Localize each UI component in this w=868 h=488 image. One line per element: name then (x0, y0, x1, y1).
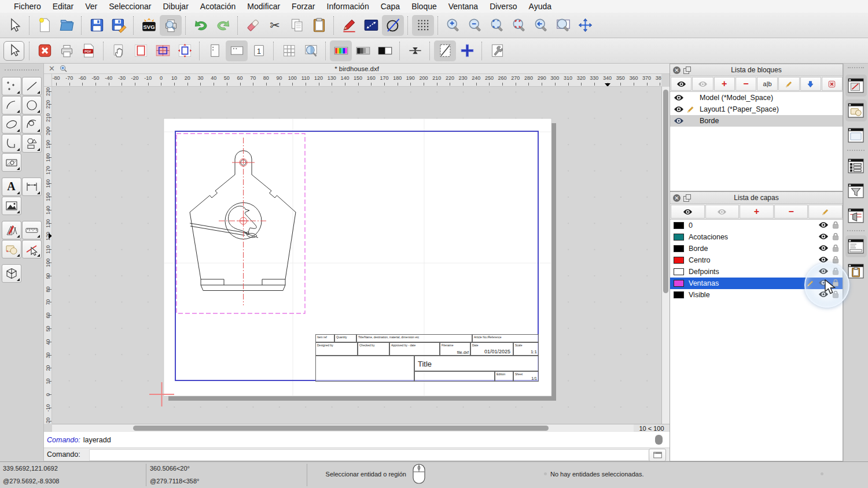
zoom-previous-button[interactable] (530, 15, 552, 36)
new-file-button[interactable] (34, 15, 56, 36)
dock-draw-widget-button[interactable] (845, 75, 867, 97)
palette-drag-handle[interactable] (5, 69, 39, 74)
menu-modificar[interactable]: Modificar (241, 2, 286, 11)
layer-visibility-eye-icon[interactable] (818, 291, 829, 300)
layer-lock-icon[interactable] (832, 232, 839, 242)
measure-tool-button[interactable] (22, 221, 42, 239)
block-visibility-eye-icon[interactable] (674, 94, 684, 101)
ellipse-tool-button[interactable] (2, 115, 21, 134)
layer-lock-icon[interactable] (832, 279, 839, 289)
paper-diagonal-button[interactable] (434, 40, 456, 61)
vertical-scrollbar[interactable] (661, 87, 670, 424)
show-all-layers-button[interactable] (671, 205, 705, 219)
color-mode-button[interactable] (330, 40, 352, 61)
layer-row-borde[interactable]: Borde (670, 243, 843, 254)
dock-filter-widget-button[interactable] (845, 180, 867, 202)
zoom-pan-button[interactable] (574, 15, 596, 36)
layer-row-0[interactable]: 0 (670, 220, 843, 231)
polyline-tool-button[interactable] (2, 134, 21, 153)
save-button[interactable] (86, 15, 108, 36)
vertical-scrollbar-thumb[interactable] (663, 90, 668, 293)
dock-section-widget-button[interactable] (845, 205, 867, 227)
menu-ver[interactable]: Ver (79, 2, 103, 11)
menu-seleccionar[interactable]: Seleccionar (103, 2, 157, 11)
draft-rect-button[interactable] (130, 40, 152, 61)
fit-view-button[interactable] (174, 40, 196, 61)
select-entity-tool-button[interactable] (22, 240, 42, 258)
grid-dots-button[interactable] (412, 15, 434, 36)
menu-fichero[interactable]: Fichero (8, 2, 47, 11)
open-folder-button[interactable] (56, 15, 78, 36)
layer-lock-icon[interactable] (832, 221, 839, 231)
dock-layers-widget-button[interactable] (845, 155, 867, 177)
zoom-window-button[interactable] (552, 15, 574, 36)
layer-row-centro[interactable]: Centro (670, 254, 843, 266)
layer-row-visible[interactable]: Visible (670, 289, 843, 301)
solid-3d-tool-button[interactable] (2, 264, 21, 283)
layer-lock-icon[interactable] (832, 290, 839, 300)
command-history-scrollbar[interactable] (655, 435, 663, 445)
eraser-button[interactable] (242, 15, 264, 36)
command-input[interactable] (89, 449, 652, 461)
zoom-page-button[interactable] (300, 40, 322, 61)
layer-row-acotaciones[interactable]: Acotaciones (670, 231, 843, 243)
dock-clipboard-widget-button[interactable] (845, 260, 867, 282)
purge-blocks-button[interactable] (822, 77, 843, 91)
menu-ventana[interactable]: Ventana (443, 2, 484, 11)
layer-visibility-eye-icon[interactable] (818, 256, 829, 265)
dimension-tool-button[interactable] (22, 178, 42, 196)
line-tool-button[interactable] (22, 77, 42, 95)
pointer-select-button[interactable] (3, 41, 24, 61)
paste-button[interactable] (308, 15, 330, 36)
horizontal-scrollbar-thumb[interactable] (133, 426, 549, 431)
zoom-out-button[interactable] (464, 15, 486, 36)
add-block-button[interactable]: + (714, 77, 735, 91)
panel-close-icon[interactable]: ✕ (673, 194, 681, 202)
menu-capa[interactable]: Capa (375, 2, 406, 11)
menu-acotación[interactable]: Acotación (194, 2, 241, 11)
command-keyboard-button[interactable] (649, 449, 666, 461)
layer-visibility-eye-icon[interactable] (818, 245, 829, 253)
redo-button[interactable] (212, 15, 234, 36)
image-tool-button[interactable] (2, 197, 21, 215)
block-row-model[interactable]: Model (*Model_Space) (670, 92, 843, 103)
add-layer-button[interactable]: + (740, 205, 774, 219)
circle-line-button[interactable] (382, 15, 404, 36)
drawing-viewport[interactable]: Item ref Quantity Title/Name, destinatio… (52, 87, 661, 424)
pdf-export-button[interactable]: PDF (78, 40, 100, 61)
rename-block-button[interactable]: a|b (757, 77, 778, 91)
arc-tool-button[interactable] (2, 96, 21, 114)
menu-ayuda[interactable]: Ayuda (523, 2, 557, 11)
layer-row-defpoints[interactable]: Defpoints (670, 266, 843, 278)
panel-close-icon[interactable]: ✕ (673, 66, 681, 74)
page-portrait-button[interactable] (204, 40, 226, 61)
copy-button[interactable] (286, 15, 308, 36)
layer-visibility-eye-icon[interactable] (818, 279, 829, 288)
print-preview-button[interactable] (160, 15, 182, 36)
close-red-button[interactable] (34, 40, 56, 61)
pointer-button[interactable] (3, 15, 25, 36)
layer-lock-icon[interactable] (832, 256, 839, 265)
block-visibility-eye-icon[interactable] (674, 117, 684, 124)
save-as-button[interactable] (108, 15, 130, 36)
menu-editar[interactable]: Editar (47, 2, 80, 11)
layer-visibility-eye-icon[interactable] (818, 268, 829, 276)
hide-all-layers-button[interactable] (705, 205, 740, 219)
dock-library-widget-button[interactable] (845, 99, 867, 121)
dock-preview-widget-button[interactable] (845, 124, 867, 146)
spline-tool-button[interactable] (22, 115, 42, 134)
remove-layer-button[interactable]: − (774, 205, 808, 219)
polygon-shapes-tool-button[interactable] (22, 134, 42, 153)
block-row-layout1[interactable]: Layout1 (*Paper_Space) (670, 103, 843, 115)
page-landscape-button[interactable] (226, 40, 248, 61)
show-all-blocks-button[interactable] (671, 77, 692, 91)
edit-layer-button[interactable] (808, 205, 843, 219)
page-single-button[interactable]: 1 (248, 40, 270, 61)
grayscale-mode-button[interactable] (352, 40, 374, 61)
distance-line-button[interactable] (360, 15, 382, 36)
cut-button[interactable]: ✂ (264, 15, 286, 36)
pan-hand-button[interactable] (108, 40, 130, 61)
block-visibility-eye-icon[interactable] (674, 106, 684, 113)
grid-3x3-button[interactable] (278, 40, 300, 61)
drafting-tools-tool-button[interactable] (2, 221, 21, 239)
